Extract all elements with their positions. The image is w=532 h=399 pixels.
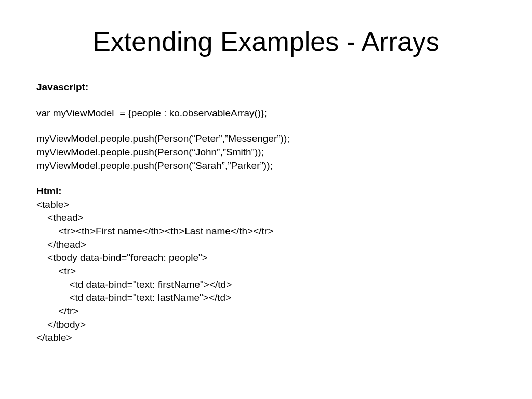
js-code-line-4: myViewModel.people.push(Person(“Sarah”,”…	[36, 159, 496, 172]
js-code-line-3: myViewModel.people.push(Person(“John”,”S…	[36, 145, 496, 159]
js-code-line-1: var myViewModel = {people : ko.observabl…	[36, 107, 496, 120]
html-label: Html:	[36, 184, 496, 198]
slide-container: Extending Examples - Arrays Javascript: …	[0, 0, 532, 399]
spacer	[36, 172, 496, 184]
slide-title: Extending Examples - Arrays	[36, 26, 496, 57]
spacer	[36, 94, 496, 107]
javascript-label: Javascript:	[36, 81, 496, 94]
js-code-line-2: myViewModel.people.push(Person(“Peter”,”…	[36, 132, 496, 145]
spacer	[36, 119, 496, 132]
html-code-block: <table> <thead> <tr><th>First name</th><…	[36, 198, 496, 344]
slide-content: Javascript: var myViewModel = {people : …	[36, 81, 496, 344]
